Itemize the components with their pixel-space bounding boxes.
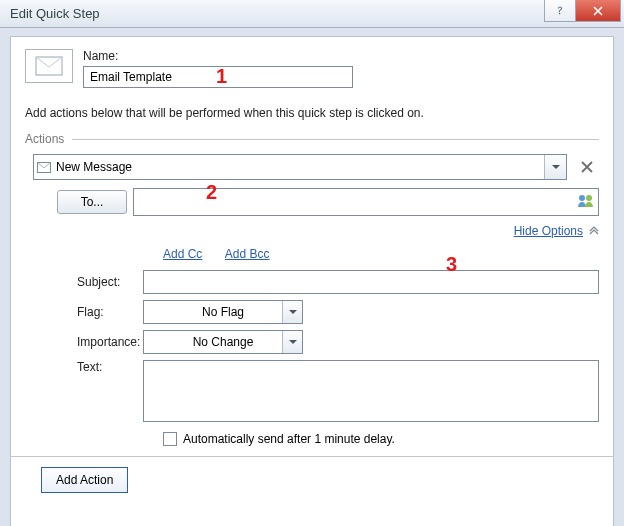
add-action-button[interactable]: Add Action — [41, 467, 128, 493]
window-buttons — [545, 0, 621, 22]
title-bar: Edit Quick Step — [0, 0, 624, 28]
flag-select[interactable]: No Flag — [143, 300, 303, 324]
close-icon — [592, 5, 604, 17]
to-field[interactable] — [133, 188, 599, 216]
divider — [11, 456, 613, 457]
x-icon — [580, 160, 594, 174]
name-label: Name: — [83, 49, 353, 63]
flag-value: No Flag — [202, 305, 244, 319]
flag-label: Flag: — [57, 305, 143, 319]
chevron-down-icon — [552, 165, 560, 170]
importance-value: No Change — [193, 335, 254, 349]
svg-point-2 — [579, 195, 585, 201]
name-input[interactable] — [83, 66, 353, 88]
help-icon — [554, 5, 566, 17]
importance-dropdown-button[interactable] — [282, 331, 302, 353]
envelope-icon — [35, 56, 63, 76]
close-button[interactable] — [575, 0, 621, 22]
action-type-select[interactable]: New Message — [33, 154, 567, 180]
window-title: Edit Quick Step — [10, 6, 100, 21]
svg-point-3 — [586, 195, 592, 201]
remove-action-button[interactable] — [575, 154, 599, 180]
action-dropdown-button[interactable] — [544, 155, 566, 179]
text-body-input[interactable] — [143, 360, 599, 422]
help-button[interactable] — [544, 0, 576, 22]
to-button[interactable]: To... — [57, 190, 127, 214]
text-label: Text: — [57, 360, 143, 374]
actions-group-label: Actions — [25, 132, 64, 146]
subject-input[interactable] — [143, 270, 599, 294]
add-bcc-link[interactable]: Add Bcc — [225, 247, 270, 261]
add-cc-link[interactable]: Add Cc — [163, 247, 202, 261]
flag-dropdown-button[interactable] — [282, 301, 302, 323]
subject-label: Subject: — [57, 275, 143, 289]
action-type-value: New Message — [54, 160, 132, 174]
chevron-down-icon — [289, 340, 297, 345]
importance-label: Importance: — [57, 335, 143, 349]
quick-step-icon-picker[interactable] — [25, 49, 73, 83]
divider — [72, 139, 599, 140]
instruction-text: Add actions below that will be performed… — [25, 106, 599, 120]
chevron-down-icon — [289, 310, 297, 315]
hide-options-link[interactable]: Hide Options — [514, 224, 583, 238]
address-book-icon[interactable] — [576, 191, 596, 215]
dialog-body: Name: Add actions below that will be per… — [10, 36, 614, 526]
auto-send-label: Automatically send after 1 minute delay. — [183, 432, 395, 446]
importance-select[interactable]: No Change — [143, 330, 303, 354]
auto-send-checkbox[interactable] — [163, 432, 177, 446]
envelope-icon — [34, 162, 54, 173]
chevron-up-icon — [589, 225, 599, 237]
